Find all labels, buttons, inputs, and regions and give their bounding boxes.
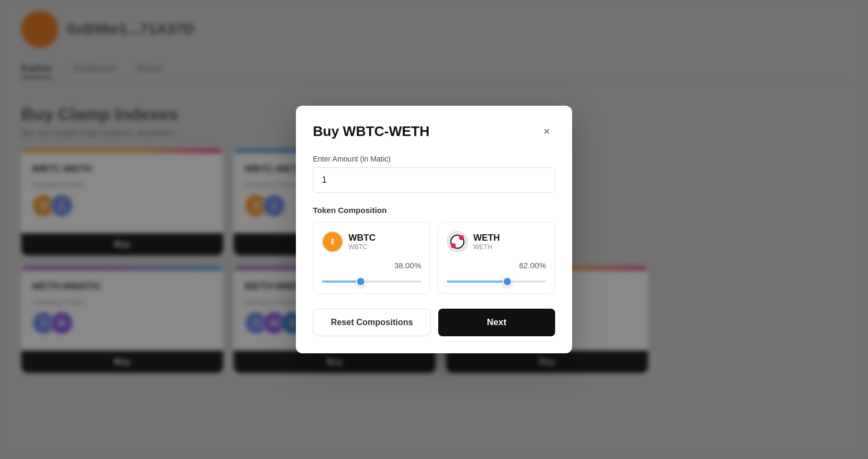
next-button[interactable]: Next: [438, 309, 555, 336]
weth-name: WETH: [473, 233, 500, 243]
amount-input[interactable]: [313, 167, 555, 193]
action-row: Reset Compositions Next: [313, 309, 555, 336]
wbtc-percent: 38.00%: [322, 261, 421, 270]
modal-title: Buy WBTC-WETH: [313, 123, 430, 140]
token-header-weth: WETH WETH: [447, 231, 546, 252]
modal-header: Buy WBTC-WETH ×: [313, 123, 555, 140]
svg-point-5: [451, 243, 456, 248]
amount-label: Enter Amount (in Matic): [313, 155, 555, 163]
weth-percent: 62.00%: [447, 261, 546, 270]
modal-overlay: Buy WBTC-WETH × Enter Amount (in Matic) …: [0, 0, 868, 459]
weth-icon: [447, 231, 468, 252]
wbtc-slider[interactable]: [322, 280, 421, 283]
close-button[interactable]: ×: [538, 123, 555, 140]
token-header-wbtc: ₿ WBTC WBTC: [322, 231, 421, 252]
wbtc-name: WBTC: [348, 233, 376, 243]
token-card-wbtc: ₿ WBTC WBTC 38.00%: [313, 222, 430, 294]
reset-compositions-button[interactable]: Reset Compositions: [313, 309, 431, 336]
wbtc-icon: ₿: [322, 231, 343, 252]
weth-token-info: WETH WETH: [473, 233, 500, 251]
svg-point-4: [459, 235, 464, 240]
token-grid: ₿ WBTC WBTC 38.00%: [313, 222, 555, 294]
buy-modal: Buy WBTC-WETH × Enter Amount (in Matic) …: [296, 106, 572, 353]
svg-text:₿: ₿: [331, 239, 334, 245]
token-composition-label: Token Composition: [313, 206, 555, 215]
weth-symbol: WETH: [473, 243, 500, 251]
wbtc-symbol: WBTC: [348, 243, 376, 251]
weth-slider[interactable]: [447, 280, 546, 283]
token-card-weth: WETH WETH 62.00%: [438, 222, 555, 294]
wbtc-token-info: WBTC WBTC: [348, 233, 376, 251]
